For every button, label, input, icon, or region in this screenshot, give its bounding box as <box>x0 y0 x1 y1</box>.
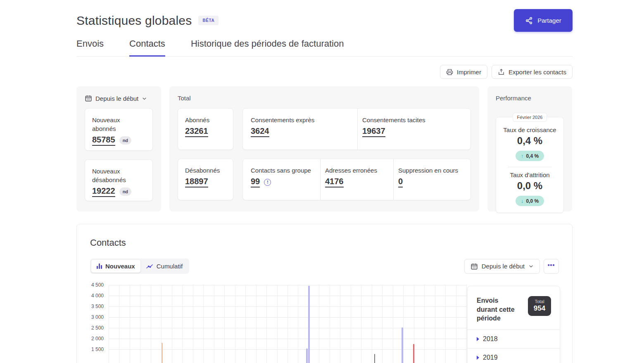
page-header: Statistiques globales BÊTA Partager <box>76 0 573 32</box>
total-badge: Total 954 <box>528 296 551 316</box>
v-gridline <box>203 285 204 363</box>
growth-rate-value: 0,4 % <box>500 135 559 147</box>
y-axis-tick: 2 000 <box>91 336 104 342</box>
bar-chart-icon <box>97 263 102 269</box>
contacts-misc-card: Contacts sans groupe 99 ! Adresses erron… <box>242 159 471 200</box>
toggle-nouveaux[interactable]: Nouveaux <box>91 260 140 273</box>
print-button-label: Imprimer <box>457 69 481 76</box>
growth-trend-badge: ↑ 0,4 % <box>516 151 544 161</box>
unsubscribed-value[interactable]: 18897 <box>185 177 208 187</box>
performance-card: Février 2026 Taux de croissance 0,4 % ↑ … <box>496 117 564 213</box>
tab-contacts[interactable]: Contacts <box>129 38 165 56</box>
subscribers-label: Abonnés <box>185 116 226 124</box>
deletion-in-progress-value[interactable]: 0 <box>398 177 403 187</box>
chart-bar[interactable] <box>306 349 308 363</box>
y-axis-tick: 2 500 <box>91 325 104 331</box>
v-gridline <box>140 285 140 363</box>
more-options-button[interactable]: ••• <box>544 259 559 274</box>
v-gridline <box>435 285 435 363</box>
y-axis-tick: 4 000 <box>91 293 104 299</box>
unsubscribed-card: Désabonnés 18897 <box>178 159 233 200</box>
v-gridline <box>193 285 193 363</box>
new-subscribers-value[interactable]: 85785 <box>92 135 115 146</box>
contacts-section-title: Contacts <box>90 237 559 248</box>
arrow-up-icon: ↑ <box>521 153 524 159</box>
v-gridline <box>393 285 393 363</box>
new-unsubscribers-card: Nouveaux désabonnés 19222 nd <box>85 159 153 201</box>
actions-row: Imprimer Exporter les contacts <box>76 65 573 79</box>
v-gridline <box>151 285 151 363</box>
year-label: 2018 <box>483 335 498 343</box>
toggle-cumulatif[interactable]: Cumulatif <box>140 260 188 273</box>
no-group-label: Contacts sans groupe <box>251 166 316 175</box>
warning-circle-icon[interactable]: ! <box>264 179 271 186</box>
y-axis-tick: 3 000 <box>91 314 104 320</box>
nd-badge: nd <box>119 136 131 145</box>
share-button[interactable]: Partager <box>514 9 573 32</box>
year-row-2018[interactable]: 2018 <box>468 330 560 349</box>
statistics-page: Statistiques globales BÊTA Partager Envo… <box>0 0 644 363</box>
new-unsubscribers-value[interactable]: 19222 <box>92 186 115 197</box>
share-button-label: Partager <box>537 17 561 24</box>
v-gridline <box>361 285 361 363</box>
total-panel-title: Total <box>178 95 471 102</box>
calendar-icon <box>471 263 478 270</box>
arrow-down-icon: ↓ <box>521 198 524 204</box>
tacit-consents-label: Consentements tacites <box>362 116 466 124</box>
express-consents-label: Consentements exprès <box>251 116 353 124</box>
nd-badge: nd <box>119 187 131 196</box>
performance-panel: Performance Février 2026 Taux de croissa… <box>487 86 572 211</box>
chart-bar[interactable] <box>413 344 414 363</box>
v-gridline <box>109 285 109 363</box>
chevron-down-icon <box>528 263 534 269</box>
v-gridline <box>119 285 119 363</box>
beta-badge: BÊTA <box>198 16 219 25</box>
v-gridline <box>288 285 288 363</box>
chart-plot[interactable] <box>109 285 466 363</box>
tab-historique-facturation[interactable]: Historique des périodes de facturation <box>191 38 344 56</box>
v-gridline <box>266 285 267 363</box>
tab-envois[interactable]: Envois <box>76 38 104 56</box>
chart-bar[interactable] <box>308 286 310 363</box>
v-gridline <box>172 285 172 363</box>
v-gridline <box>256 285 257 363</box>
express-consents-value[interactable]: 3624 <box>251 126 269 137</box>
chart-period-dropdown[interactable]: Depuis le début <box>464 259 540 274</box>
print-button[interactable]: Imprimer <box>440 65 487 79</box>
chart-bar[interactable] <box>402 327 403 363</box>
chevron-down-icon <box>142 96 147 101</box>
year-row-2019[interactable]: 2019 <box>468 349 560 363</box>
v-gridline <box>466 285 467 363</box>
v-gridline <box>182 285 183 363</box>
total-badge-value: 954 <box>532 304 547 313</box>
performance-title: Performance <box>496 95 564 102</box>
v-gridline <box>456 285 456 363</box>
invalid-addresses-label: Adresses erronées <box>325 166 389 175</box>
period-dropdown[interactable]: Depuis le début <box>85 95 147 102</box>
calendar-icon <box>85 95 92 102</box>
invalid-addresses-value[interactable]: 4176 <box>325 177 344 187</box>
v-gridline <box>382 285 383 363</box>
deletion-in-progress-label: Suppression en cours <box>398 166 466 175</box>
v-gridline <box>445 285 446 363</box>
caret-right-icon <box>477 337 479 341</box>
contacts-chart-card: Contacts Nouveaux <box>76 224 573 363</box>
v-gridline <box>424 285 425 363</box>
v-gridline <box>372 285 372 363</box>
chart-bar[interactable] <box>374 354 375 363</box>
v-gridline <box>403 285 404 363</box>
export-contacts-button[interactable]: Exporter les contacts <box>492 65 573 79</box>
tacit-consents-value[interactable]: 19637 <box>362 126 385 137</box>
no-group-value[interactable]: 99 <box>251 177 260 187</box>
period-panel: Depuis le début Nouveaux abonnés 85785 n… <box>76 86 161 211</box>
subscribers-value[interactable]: 23261 <box>185 126 208 137</box>
envois-panel-title: Envois durant cette période <box>477 296 516 323</box>
v-gridline <box>351 285 351 363</box>
year-label: 2019 <box>483 354 498 361</box>
attrition-rate-label: Taux d'attrition <box>500 171 559 178</box>
chart-bar[interactable] <box>162 343 163 363</box>
total-panel: Total Abonnés 23261 Consentements exprès… <box>169 86 479 211</box>
line-chart-icon <box>146 263 153 269</box>
page-title: Statistiques globales <box>76 14 192 28</box>
consents-card: Consentements exprès 3624 Consentements … <box>242 108 471 150</box>
